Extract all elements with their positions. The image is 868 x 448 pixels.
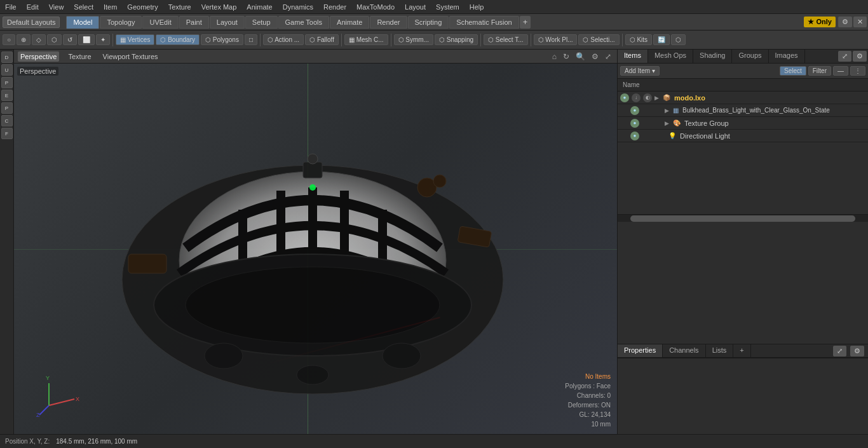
add-layout-button[interactable]: + (520, 16, 531, 29)
menu-animate[interactable]: Animate (241, 2, 277, 12)
action-btn[interactable]: ⬡ Action ... (263, 34, 304, 45)
tab-render[interactable]: Render (370, 16, 407, 29)
visibility-toggle-bulkhead[interactable]: ● (630, 106, 639, 115)
items-list[interactable]: ● ↓ ◐ ▶ 📦 modo.lxo ● ▶ ▦ Bulkhead_Brass_… (618, 92, 868, 214)
sidebar-btn-3[interactable]: P (1, 77, 13, 88)
tab-animate[interactable]: Animate (330, 16, 369, 29)
panel-expand-button[interactable]: ⤢ (838, 51, 851, 62)
items-minus-button[interactable]: — (833, 66, 848, 76)
list-item-modo[interactable]: ● ↓ ◐ ▶ 📦 modo.lxo (618, 92, 868, 104)
tab-layout[interactable]: Layout (210, 16, 245, 29)
vp-tab-perspective[interactable]: Perspective (18, 51, 59, 62)
menu-edit[interactable]: Edit (22, 2, 44, 12)
panel-tab-items[interactable]: Items (618, 50, 648, 63)
tool-vertex[interactable]: ◇ (32, 34, 46, 45)
collapse-arrow-texture[interactable]: ▶ (665, 120, 669, 126)
list-item-texture[interactable]: ● ▶ 🎨 Texture Group (618, 117, 868, 130)
visibility-toggle-modo[interactable]: ● (620, 93, 629, 102)
visibility-toggle-texture[interactable]: ● (630, 119, 639, 128)
viewport-canvas[interactable]: Perspective (14, 64, 617, 434)
hex-btn[interactable]: ⬡ (671, 34, 686, 45)
lower-expand-button[interactable]: ⤢ (833, 346, 846, 356)
kits-btn[interactable]: ⬡ Kits (625, 34, 652, 45)
star-only-button[interactable]: ★ Only (804, 17, 836, 27)
collapse-arrow-modo[interactable]: ▶ (654, 95, 659, 101)
menu-system[interactable]: System (431, 2, 465, 12)
mode-box2[interactable]: □ (245, 34, 257, 45)
add-item-button[interactable]: Add Item ▾ (620, 66, 660, 76)
tab-schematic[interactable]: Schematic Fusion (449, 16, 519, 29)
menu-maxtomodo[interactable]: MaxToModo (351, 2, 400, 12)
vp-zoom-button[interactable]: 🔍 (574, 51, 587, 62)
collapse-arrow-bulkhead[interactable]: ▶ (665, 107, 669, 114)
menu-item[interactable]: Item (98, 2, 122, 12)
menu-geometry[interactable]: Geometry (122, 2, 163, 12)
list-item-bulkhead[interactable]: ● ▶ ▦ Bulkhead_Brass_Light_with_Clear_Gl… (618, 104, 868, 117)
workplane-btn[interactable]: ⬡ Work Pl... (534, 34, 578, 45)
tab-paint[interactable]: Paint (179, 16, 209, 29)
vp-home-button[interactable]: ⌂ (550, 51, 559, 62)
layout-close-button[interactable]: ✕ (853, 17, 867, 27)
tool-snap[interactable]: ⊕ (17, 34, 31, 45)
tab-model[interactable]: Model (66, 16, 99, 29)
layout-settings-button[interactable]: ⚙ (838, 17, 852, 27)
sidebar-btn-5[interactable]: P (1, 102, 13, 114)
sidebar-btn-4[interactable]: E (1, 90, 13, 101)
sidebar-btn-2[interactable]: U (1, 64, 13, 76)
select-t-btn[interactable]: ⬡ Select T... (484, 34, 528, 45)
panel-tab-meshops[interactable]: Mesh Ops (648, 50, 693, 63)
tool-select-mode[interactable]: ○ (3, 34, 15, 45)
tab-uvedit[interactable]: UVEdit (142, 16, 178, 29)
snapping-btn[interactable]: ⬡ Snapping (435, 34, 478, 45)
lower-tab-plus[interactable]: + (733, 344, 750, 357)
lower-settings-button[interactable]: ⚙ (850, 346, 864, 356)
sidebar-btn-1[interactable]: D (1, 51, 13, 63)
panel-tab-groups[interactable]: Groups (732, 50, 768, 63)
layout-selector[interactable]: Default Layouts (3, 17, 60, 28)
scrollbar-thumb[interactable] (630, 215, 855, 222)
tab-topology[interactable]: Topology (100, 16, 142, 29)
panel-tab-images[interactable]: Images (769, 50, 805, 63)
tool-rotate[interactable]: ↺ (63, 34, 77, 45)
tool-box[interactable]: ⬜ (78, 34, 95, 45)
menu-render[interactable]: Render (318, 2, 351, 12)
tool-edge[interactable]: ⬡ (47, 34, 62, 45)
items-plus-button[interactable]: ⋮ (850, 66, 865, 76)
lower-tab-lists[interactable]: Lists (706, 344, 734, 357)
menu-dynamics[interactable]: Dynamics (278, 2, 318, 12)
lower-tab-channels[interactable]: Channels (663, 344, 705, 357)
visibility-toggle-light[interactable]: ● (630, 132, 639, 140)
symm-btn[interactable]: ⬡ Symm... (394, 34, 433, 45)
filter-button[interactable]: Filter (808, 66, 831, 76)
menu-help[interactable]: Help (465, 2, 489, 12)
menu-select[interactable]: Select (69, 2, 98, 12)
sidebar-btn-7[interactable]: F (1, 128, 13, 139)
selection-btn[interactable]: ⬡ Selecti... (578, 34, 619, 45)
tab-setup[interactable]: Setup (245, 16, 278, 29)
menu-vertexmap[interactable]: Vertex Map (196, 2, 242, 12)
menu-layout[interactable]: Layout (400, 2, 431, 12)
mode-polygons[interactable]: ⬡ Polygons (201, 34, 243, 45)
mesh-btn[interactable]: ▦ Mesh C... (344, 34, 388, 45)
tab-gametools[interactable]: Game Tools (278, 16, 330, 29)
tab-scripting[interactable]: Scripting (408, 16, 449, 29)
render-toggle-modo[interactable]: ◐ (643, 93, 652, 102)
menu-file[interactable]: File (0, 2, 22, 12)
menu-texture[interactable]: Texture (163, 2, 196, 12)
panel-settings-button[interactable]: ⚙ (853, 51, 867, 62)
scrollbar-area[interactable] (618, 214, 868, 222)
viewport[interactable]: Perspective Texture Viewport Textures ⌂ … (14, 50, 617, 434)
list-item-light[interactable]: ● 💡 Directional Light (618, 130, 868, 142)
tool-star[interactable]: ✦ (96, 34, 110, 45)
lower-tab-properties[interactable]: Properties (618, 344, 663, 357)
vp-tab-texture[interactable]: Texture (65, 51, 93, 62)
lock-toggle-modo[interactable]: ↓ (632, 93, 641, 102)
vp-settings-button[interactable]: ⚙ (590, 51, 600, 62)
falloff-btn[interactable]: ⬡ Falloff (305, 34, 339, 45)
select-button[interactable]: Select (780, 66, 806, 76)
mode-boundary[interactable]: ⬡ Boundary (156, 34, 200, 45)
refresh-btn[interactable]: 🔄 (653, 34, 670, 45)
vp-tab-viewport-textures[interactable]: Viewport Textures (100, 51, 161, 62)
vp-rotate-button[interactable]: ↻ (561, 51, 571, 62)
panel-tab-shading[interactable]: Shading (693, 50, 732, 63)
